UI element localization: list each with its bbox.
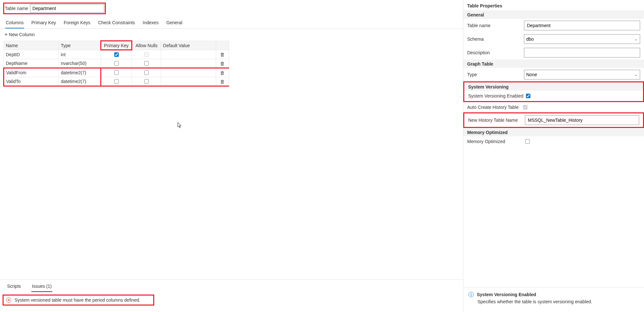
prop-description-label: Description: [467, 50, 521, 55]
new-column-label: New Column: [9, 32, 35, 37]
tab-primary-key[interactable]: Primary Key: [31, 18, 56, 28]
tab-foreign-keys[interactable]: Foreign Keys: [63, 18, 91, 28]
prop-mem-opt-label: Memory Optimized: [467, 139, 521, 144]
allow-nulls-checkbox[interactable]: [144, 61, 149, 66]
hint-panel: i System Versioning Enabled Specifies wh…: [463, 287, 644, 312]
pk-checkbox[interactable]: [114, 79, 119, 84]
cell-type[interactable]: int: [59, 50, 101, 59]
info-icon: i: [468, 292, 474, 297]
history-table-name-highlight: New History Table Name: [463, 112, 644, 128]
cell-allow-nulls[interactable]: [132, 59, 161, 68]
section-memory-optimized: Memory Optimized: [463, 128, 644, 136]
table-name-input[interactable]: [30, 4, 104, 13]
prop-graph-type-label: Type: [467, 72, 521, 77]
cell-allow-nulls[interactable]: [132, 50, 161, 59]
cell-name[interactable]: ValidFrom: [4, 68, 59, 77]
cell-default[interactable]: [161, 68, 216, 77]
cell-allow-nulls[interactable]: [132, 68, 161, 77]
tab-scripts[interactable]: Scripts: [6, 282, 22, 292]
table-row[interactable]: DeptNamenvarchar(50)🗑: [4, 59, 229, 68]
tab-general[interactable]: General: [166, 18, 183, 28]
cell-name[interactable]: ValidTo: [4, 77, 59, 86]
col-header-delete: [216, 41, 229, 50]
trash-icon[interactable]: 🗑: [220, 79, 225, 84]
issue-highlight: ✕ System versioned table must have the p…: [3, 295, 154, 306]
section-graph-table: Graph Table: [463, 59, 644, 68]
prop-history-name-input[interactable]: [525, 115, 639, 125]
prop-graph-type-select[interactable]: [524, 70, 640, 79]
cell-name[interactable]: DeptName: [4, 59, 59, 68]
allow-nulls-checkbox[interactable]: [144, 70, 149, 75]
trash-icon[interactable]: 🗑: [220, 70, 225, 76]
cell-default[interactable]: [161, 50, 216, 59]
table-name-highlight: Table name: [3, 3, 106, 14]
prop-sysver-enabled-label: System Versioning Enabled: [468, 93, 523, 99]
prop-history-name-label: New History Table Name: [468, 118, 522, 123]
cell-default[interactable]: [161, 77, 216, 86]
system-versioning-highlight: System Versioning System Versioning Enab…: [463, 81, 644, 102]
table-name-label: Table name: [5, 6, 28, 11]
col-header-primary-key[interactable]: Primary Key: [101, 41, 132, 50]
main-tabs: Columns Primary Key Foreign Keys Check C…: [0, 16, 463, 29]
cell-type[interactable]: nvarchar(50): [59, 59, 101, 68]
hint-body: Specifies whether the table is system ve…: [468, 299, 639, 304]
table-row[interactable]: DeptIDint🗑: [4, 50, 229, 59]
table-row[interactable]: ValidFromdatetime2(7)🗑: [4, 68, 229, 77]
trash-icon[interactable]: 🗑: [220, 52, 225, 57]
error-icon: ✕: [6, 297, 11, 303]
hint-title: System Versioning Enabled: [477, 292, 536, 297]
prop-description-input[interactable]: [524, 48, 640, 57]
tab-columns[interactable]: Columns: [5, 18, 24, 28]
prop-auto-history-checkbox: [523, 105, 528, 109]
tab-indexes[interactable]: Indexes: [142, 18, 159, 28]
cell-type[interactable]: datetime2(7): [59, 68, 101, 77]
cell-default[interactable]: [161, 59, 216, 68]
columns-grid: Name Type Primary Key Allow Nulls Defaul…: [3, 40, 229, 87]
cell-allow-nulls[interactable]: [132, 77, 161, 86]
prop-schema-label: Schema: [467, 36, 521, 42]
col-header-default[interactable]: Default Value: [161, 41, 216, 50]
prop-table-name-input[interactable]: [524, 21, 640, 30]
table-properties-panel: Table Properties General Table name Sche…: [463, 0, 644, 312]
pk-checkbox[interactable]: [114, 61, 119, 66]
prop-table-name-label: Table name: [467, 23, 521, 28]
pk-checkbox[interactable]: [114, 70, 119, 75]
cell-pk[interactable]: [101, 68, 132, 77]
cell-pk[interactable]: [101, 50, 132, 59]
cell-type[interactable]: datetime2(7): [59, 77, 101, 86]
prop-sysver-enabled-checkbox[interactable]: [526, 94, 530, 98]
plus-icon: +: [5, 32, 7, 37]
prop-schema-select[interactable]: [524, 34, 640, 44]
trash-icon[interactable]: 🗑: [220, 61, 225, 66]
prop-auto-history-label: Auto Create History Table: [467, 105, 518, 110]
panel-title: Table Properties: [463, 0, 644, 10]
bottom-tabs: Scripts Issues (1): [0, 279, 463, 292]
pk-checkbox[interactable]: [114, 52, 119, 57]
section-system-versioning: System Versioning: [464, 82, 643, 91]
allow-nulls-checkbox[interactable]: [144, 79, 149, 84]
issue-text: System versioned table must have the per…: [15, 297, 140, 303]
tab-check-constraints[interactable]: Check Constraints: [97, 18, 136, 28]
col-header-type[interactable]: Type: [59, 41, 101, 50]
cell-name[interactable]: DeptID: [4, 50, 59, 59]
new-column-button[interactable]: + New Column: [0, 29, 463, 40]
cell-pk[interactable]: [101, 77, 132, 86]
cell-pk[interactable]: [101, 59, 132, 68]
allow-nulls-checkbox: [144, 52, 149, 57]
prop-mem-opt-checkbox[interactable]: [525, 139, 530, 144]
tab-issues[interactable]: Issues (1): [31, 282, 52, 292]
section-general: General: [463, 10, 644, 19]
table-row[interactable]: ValidTodatetime2(7)🗑: [4, 77, 229, 86]
col-header-allow-nulls[interactable]: Allow Nulls: [132, 41, 161, 50]
col-header-name[interactable]: Name: [4, 41, 59, 50]
